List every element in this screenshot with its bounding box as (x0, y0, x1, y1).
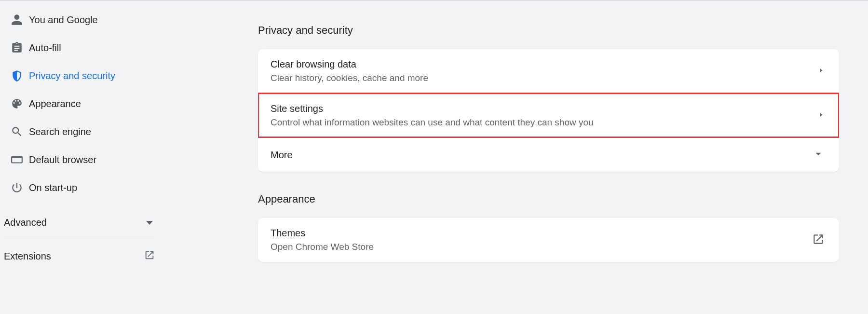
chevron-down-icon (812, 148, 825, 162)
sidebar-advanced-toggle[interactable]: Advanced (0, 206, 166, 239)
row-title: More (271, 150, 293, 161)
sidebar-item-autofill[interactable]: Auto-fill (0, 34, 166, 62)
palette-icon (5, 97, 29, 110)
sidebar-item-label: Default browser (29, 154, 96, 165)
settings-main: Privacy and security Clear browsing data… (166, 1, 868, 314)
row-text: Themes Open Chrome Web Store (271, 228, 374, 252)
row-title: Site settings (271, 103, 594, 114)
sidebar-item-you-and-google[interactable]: You and Google (0, 6, 166, 34)
person-icon (5, 14, 29, 26)
row-more[interactable]: More (258, 137, 839, 172)
section-title-privacy: Privacy and security (258, 24, 839, 37)
sidebar-item-appearance[interactable]: Appearance (0, 90, 166, 118)
section-title-appearance: Appearance (258, 193, 839, 205)
row-clear-browsing-data[interactable]: Clear browsing data Clear history, cooki… (258, 49, 839, 93)
row-themes[interactable]: Themes Open Chrome Web Store (258, 218, 839, 262)
open-external-icon (144, 250, 155, 263)
sidebar-item-label: Privacy and security (29, 70, 115, 82)
privacy-card: Clear browsing data Clear history, cooki… (258, 49, 839, 172)
row-site-settings[interactable]: Site settings Control what information w… (258, 93, 839, 137)
settings-page: You and Google Auto-fill Privacy and sec… (0, 0, 868, 314)
power-icon (5, 181, 29, 194)
row-title: Themes (271, 228, 374, 239)
sidebar-item-label: Appearance (29, 98, 81, 109)
sidebar-item-search-engine[interactable]: Search engine (0, 118, 166, 146)
row-subtitle: Control what information websites can us… (271, 117, 594, 128)
sidebar-item-label: You and Google (29, 14, 98, 26)
row-text: Site settings Control what information w… (271, 103, 594, 128)
row-text: Clear browsing data Clear history, cooki… (271, 59, 428, 83)
row-subtitle: Clear history, cookies, cache and more (271, 73, 428, 83)
browser-icon (5, 153, 29, 166)
chevron-down-icon (146, 221, 153, 225)
sidebar-item-label: Auto-fill (29, 42, 61, 54)
arrow-right-icon (818, 67, 825, 76)
arrow-right-icon (818, 111, 825, 120)
clipboard-icon (5, 41, 29, 54)
sidebar-item-on-startup[interactable]: On start-up (0, 174, 166, 202)
row-title: Clear browsing data (271, 59, 428, 70)
extensions-label: Extensions (4, 251, 51, 262)
sidebar-item-label: Search engine (29, 126, 91, 137)
shield-icon (5, 69, 29, 82)
sidebar-extensions-link[interactable]: Extensions (0, 239, 166, 273)
advanced-label: Advanced (4, 217, 47, 228)
row-subtitle: Open Chrome Web Store (271, 242, 374, 252)
search-icon (5, 125, 29, 138)
sidebar-item-privacy-security[interactable]: Privacy and security (0, 62, 166, 90)
appearance-card: Themes Open Chrome Web Store (258, 218, 839, 262)
sidebar-item-default-browser[interactable]: Default browser (0, 146, 166, 174)
settings-sidebar: You and Google Auto-fill Privacy and sec… (0, 1, 166, 314)
sidebar-item-label: On start-up (29, 182, 77, 193)
row-text: More (271, 150, 293, 161)
open-external-icon (812, 233, 825, 247)
